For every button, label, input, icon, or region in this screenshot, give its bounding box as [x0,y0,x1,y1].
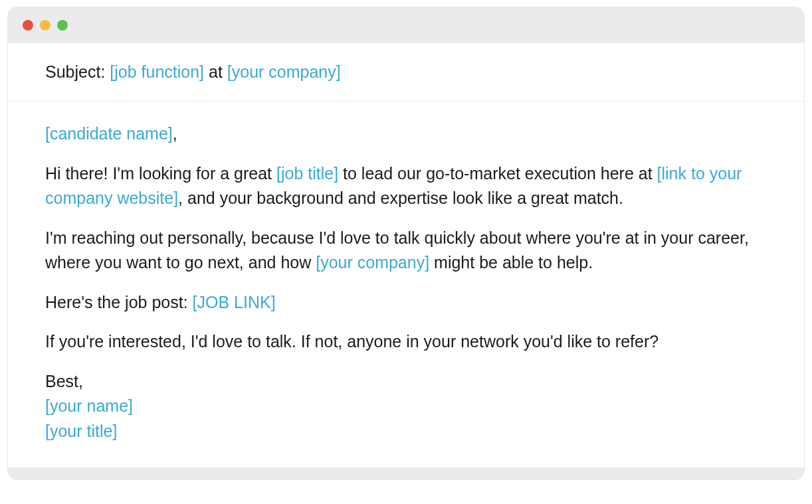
subject-label: Subject: [45,62,110,81]
window-footer [8,467,804,479]
greeting-line: [candidate name], [45,122,767,147]
minimize-icon[interactable] [40,20,51,31]
traffic-lights [23,20,68,31]
greeting-comma: , [173,124,177,143]
your-title-placeholder: [your title] [45,422,117,440]
email-template-window: Subject: [job function] at [your company… [7,7,805,480]
candidate-name-placeholder: [candidate name] [45,124,173,143]
your-name-placeholder: [your name] [45,396,133,415]
para4-text1: If you're interested, I'd love to talk. … [45,332,659,351]
job-title-placeholder: [job title] [276,164,338,183]
subject-job-function-placeholder: [job function] [110,62,204,81]
subject-connector: at [204,62,227,81]
paragraph-cta: If you're interested, I'd love to talk. … [45,329,767,355]
window-titlebar [8,7,804,43]
para1-text1: Hi there! I'm looking for a great [45,164,276,183]
email-body: [candidate name], Hi there! I'm looking … [8,102,804,467]
maximize-icon[interactable] [57,20,68,31]
signature-block: Best, [your name] [your title] [45,369,767,444]
close-icon[interactable] [23,20,33,31]
your-company-placeholder: [your company] [316,253,429,272]
signoff-best: Best, [45,372,83,390]
paragraph-intro: Hi there! I'm looking for a great [job t… [45,161,767,211]
para1-text3: , and your background and expertise look… [178,189,623,207]
para2-text2: might be able to help. [429,253,593,272]
subject-line: Subject: [job function] at [your company… [8,43,804,102]
para1-text2: to lead our go-to-market execution here … [338,164,657,183]
paragraph-joblink: Here's the job post: [JOB LINK] [45,290,767,315]
para3-text1: Here's the job post: [45,293,193,311]
job-link-placeholder: [JOB LINK] [193,293,276,311]
subject-company-placeholder: [your company] [227,62,341,81]
paragraph-reachout: I'm reaching out personally, because I'd… [45,226,767,276]
